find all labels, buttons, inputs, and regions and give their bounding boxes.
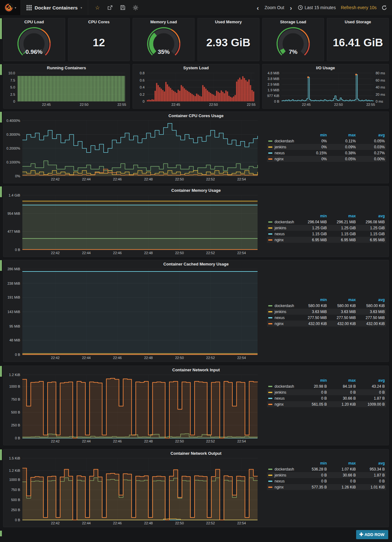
legend-value: 1.07 KiB [327,467,356,471]
svg-text:0.2: 0.2 [140,93,145,96]
row-handle[interactable] [0,64,2,75]
svg-text:22:48: 22:48 [144,521,153,525]
legend-col-avg[interactable]: avg [356,298,385,302]
refresh-interval-button[interactable]: Refresh every 10s [341,5,377,10]
legend-col-min[interactable]: min [298,461,327,465]
refresh-button[interactable] [382,5,387,10]
legend-row-nexus[interactable]: nexus277.50 MiB277.50 MiB277.50 MiB [267,315,386,321]
legend-value: 580.00 KiB [356,304,385,308]
legend-row-jenkins[interactable]: jenkins0 B30.66 B1.87 B [267,472,386,478]
legend-value: 0.03% [356,145,385,149]
legend-row-nginx[interactable]: nginx0%0.05%0.00% [267,156,386,162]
legend-row-jenkins[interactable]: jenkins1.25 GiB1.25 GiB1.25 GiB [267,225,386,231]
legend-col-max[interactable]: max [327,214,356,218]
panel-cpu-load: CPU Load 0.96% [3,18,65,61]
add-row-button[interactable]: ✚ADD ROW [356,530,388,539]
legend-col-max[interactable]: max [327,133,356,137]
io-usage-chart[interactable]: 0 B977 KiB1.9 MiB2.9 MiB3.8 MiB4.8 MiB0 … [263,71,388,108]
grafana-logo[interactable]: ▾ [0,0,21,15]
memory-load-gauge[interactable]: 35% [133,25,194,60]
legend-row-jenkins[interactable]: jenkins0%0.09%0.03% [267,144,386,150]
legend-col-avg[interactable]: avg [356,378,385,383]
row-handle[interactable] [0,186,2,197]
legend-value: 30.66 B [327,396,356,401]
series-color-swatch [268,392,272,393]
legend-row-jenkins[interactable]: jenkins0 B0 B0 B [267,389,386,395]
svg-text:22:50: 22:50 [334,103,343,106]
legend-col-max[interactable]: max [327,461,356,465]
time-range-picker[interactable]: Last 15 minutes [298,5,336,10]
svg-text:60 ms: 60 ms [376,78,385,82]
legend-value: 0.05% [356,139,385,143]
svg-text:7%: 7% [289,48,298,55]
series-name: nexus [275,151,298,155]
legend-row-nginx[interactable]: nginx577.35 B1.26 KiB1.01 KiB [267,484,386,490]
dashboard-title[interactable]: Docker Containers [35,5,78,10]
legend-value: 277.50 MiB [327,316,356,320]
svg-text:250 B: 250 B [11,423,20,427]
svg-text:0 B: 0 B [15,353,20,357]
svg-text:22:46: 22:46 [113,521,122,525]
star-dashboard-button[interactable]: ☆ [95,5,100,10]
row-handle[interactable] [0,18,2,39]
container-network-output-chart[interactable]: 0 B250 B500 B750 B1000 B1.2 KiB1.5 KiB22… [4,456,259,526]
legend-row-nexus[interactable]: nexus0 B30.66 B1.87 B [267,395,386,401]
legend-col-min[interactable]: min [298,298,327,302]
row-handle[interactable] [0,260,2,271]
legend-row-nginx[interactable]: nginx6.95 MiB6.95 MiB6.95 MiB [267,237,386,243]
series-color-swatch [268,140,272,142]
legend-row-nexus[interactable]: nexus0 B0 B0 B [267,478,386,484]
dashboard-picker[interactable]: Docker Containers ▾ [21,0,88,15]
svg-text:22:55: 22:55 [247,103,256,106]
svg-text:48 MiB: 48 MiB [9,338,20,342]
legend-value: 0% [298,139,327,143]
container-memory-usage-chart[interactable]: 0 B477 MiB954 MiB1.4 GiB22:4222:4422:462… [4,193,259,256]
svg-text:2.9 MiB: 2.9 MiB [267,83,279,86]
legend-col-min[interactable]: min [298,214,327,218]
legend-row-jenkins[interactable]: jenkins3.63 MiB3.63 MiB3.63 MiB [267,309,386,315]
svg-text:22:55: 22:55 [366,103,375,106]
network-output-legend: minmaxavgdockerdash536.28 B1.07 KiB953.3… [267,460,386,490]
svg-text:22:52: 22:52 [206,177,215,181]
legend-row-dockerdash[interactable]: dockerdash580.00 KiB580.00 KiB580.00 KiB [267,303,386,309]
settings-button[interactable] [133,5,138,10]
legend-col-avg[interactable]: avg [356,214,385,218]
legend-row-nexus[interactable]: nexus0.15%0.38%0.27% [267,150,386,156]
container-cached-memory-chart[interactable]: 0 B48 MiB95 MiB143 MiB191 MiB238 MiB286 … [4,267,259,361]
row-handle[interactable] [0,449,2,460]
legend-col-max[interactable]: max [327,298,356,302]
legend-row-dockerdash[interactable]: dockerdash296.04 MiB296.21 MiB296.08 MiB [267,219,386,225]
legend-col-avg[interactable]: avg [356,133,385,137]
system-load-chart[interactable]: 00.20.40.60.822:4522:5022:55 [134,71,258,108]
row-handle[interactable] [0,531,2,536]
storage-load-gauge[interactable]: 7% [263,25,324,60]
legend-value: 3.63 MiB [356,310,385,314]
legend-value: 30.66 B [327,473,356,477]
share-dashboard-button[interactable] [107,5,113,10]
time-shift-forward-button[interactable]: › [289,4,293,11]
legend-row-dockerdash[interactable]: dockerdash536.28 B1.07 KiB953.34 B [267,466,386,472]
container-network-input-chart[interactable]: 0 B250 B500 B750 B1000 B1.2 KiB22:4222:4… [4,373,259,444]
legend-row-dockerdash[interactable]: dockerdash0%0.11%0.05% [267,138,386,144]
legend-col-max[interactable]: max [327,378,356,383]
save-dashboard-button[interactable] [120,5,125,10]
series-color-swatch [268,239,272,241]
zoom-out-button[interactable]: Zoom Out [264,5,284,10]
svg-text:22:55: 22:55 [117,103,126,106]
legend-value: 3.63 MiB [327,310,356,314]
legend-col-avg[interactable]: avg [356,461,385,465]
legend-col-min[interactable]: min [298,378,327,383]
legend-row-nexus[interactable]: nexus1.15 GiB1.15 GiB1.15 GiB [267,231,386,237]
row-handle[interactable] [0,366,2,377]
legend-row-dockerdash[interactable]: dockerdash20.98 B84.18 B43.24 B [267,383,386,389]
panel-title: Container Network Input [3,368,389,372]
panel-cpu-cores: CPU Cores 12 [68,18,130,61]
legend-col-min[interactable]: min [298,133,327,137]
running-containers-chart[interactable]: 02.55.07.510.022:4522:5022:55 [4,71,129,108]
time-shift-back-button[interactable]: ‹ [256,4,259,11]
legend-row-nginx[interactable]: nginx561.05 B1.20 KiB1009.00 B [267,401,386,407]
cpu-load-gauge[interactable]: 0.96% [3,25,65,60]
row-handle[interactable] [0,112,2,123]
container-cpu-usage-chart[interactable]: 0%0.1000%0.2000%0.3000%0.4000%22:4222:44… [4,119,259,182]
legend-row-nginx[interactable]: nginx432.00 KiB432.00 KiB432.00 KiB [267,321,386,327]
